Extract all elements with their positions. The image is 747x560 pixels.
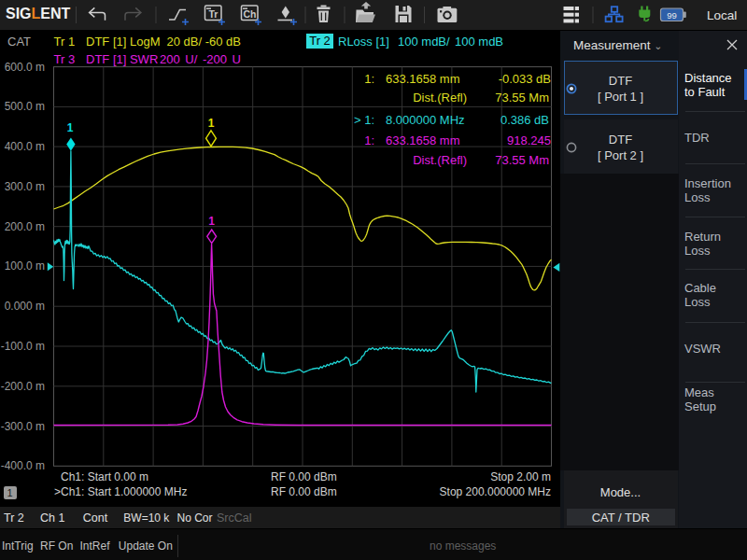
svg-text:1: 1 bbox=[208, 117, 215, 130]
svg-text:1: 1 bbox=[67, 121, 74, 134]
svg-text:1: 1 bbox=[208, 215, 215, 228]
